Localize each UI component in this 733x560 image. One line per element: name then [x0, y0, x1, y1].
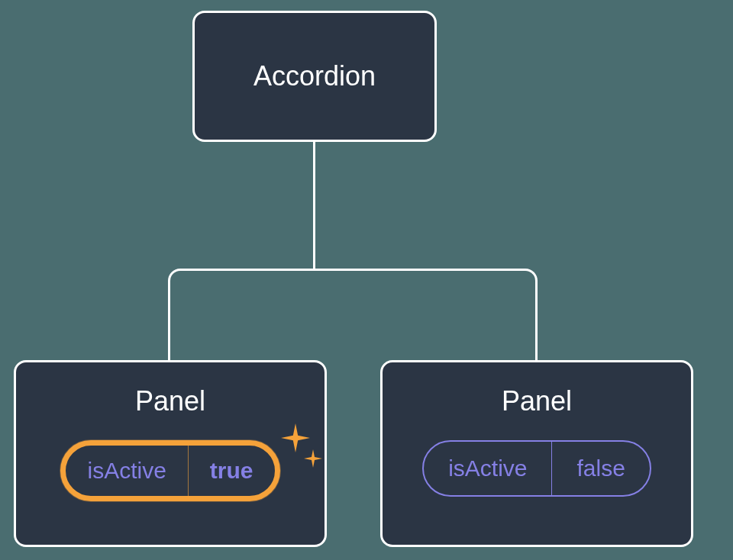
connector-root-down [313, 142, 315, 269]
property-value-left: true [189, 446, 275, 496]
property-name-left: isActive [66, 446, 188, 496]
accordion-node: Accordion [192, 11, 437, 142]
property-pill-right: isActive false [422, 440, 651, 497]
panel-title-right: Panel [502, 385, 572, 417]
panel-node-left: Panel isActive true [14, 360, 327, 547]
property-pill-left: isActive true [60, 440, 279, 501]
connector-branch [168, 269, 538, 360]
property-name-right: isActive [424, 442, 552, 495]
accordion-label: Accordion [253, 60, 376, 92]
panel-title-left: Panel [135, 385, 205, 417]
property-value-right: false [552, 442, 649, 495]
sparkle-icon [281, 423, 310, 452]
sparkle-icon [304, 449, 322, 468]
panel-node-right: Panel isActive false [380, 360, 693, 547]
